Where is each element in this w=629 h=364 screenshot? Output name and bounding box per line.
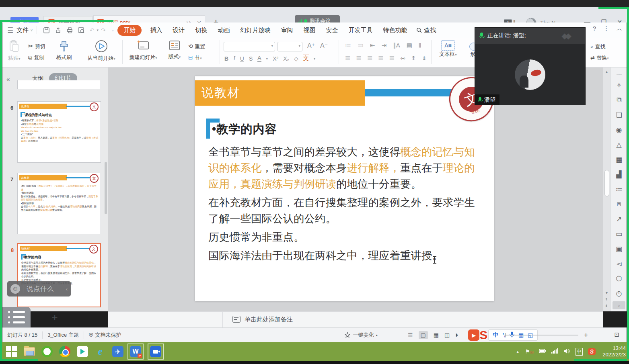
section-button[interactable]: ⊟ 节▾ [188, 54, 202, 61]
share-icon[interactable]: ↗ [611, 215, 627, 223]
toolbar-more-icon[interactable]: ⌄ [111, 28, 115, 32]
adjust-sliders-icon[interactable]: ≔ [611, 185, 627, 194]
chevron-left-icon[interactable]: ‹ [66, 286, 68, 292]
file-explorer-icon[interactable] [23, 346, 35, 358]
textbox-button[interactable]: A≡ 文本框▾ [436, 39, 460, 58]
superscript-button[interactable]: X² [273, 55, 278, 62]
paste-button[interactable]: 粘贴▾ [8, 40, 21, 62]
slide-paragraph-4[interactable]: 国际海洋法由于出现在两科之中，理应着重讲授。 [208, 247, 482, 264]
normal-view-icon[interactable]: ▢ [419, 331, 428, 339]
slideshow-icon[interactable]: ⏵ [455, 332, 458, 339]
scroll-up-icon[interactable]: ▲ [605, 70, 608, 74]
tray-expand-icon[interactable]: ▲ [516, 350, 520, 354]
copy-button[interactable]: ⧉ 复制 [28, 54, 44, 61]
network-signal-icon[interactable] [551, 348, 558, 355]
collapse-ribbon-icon[interactable]: ︿ [617, 25, 623, 33]
smartart-pyramid-icon[interactable]: △ [611, 141, 627, 149]
notes-placeholder[interactable]: 单击此处添加备注 [245, 316, 293, 323]
menu-tab-3[interactable]: 动画 [212, 27, 235, 34]
ime-indicator[interactable]: 中 [576, 348, 583, 356]
font-size-select[interactable] [278, 42, 302, 51]
chrome-icon[interactable] [59, 346, 71, 358]
menu-tab-1[interactable]: 设计 [167, 27, 190, 34]
pinyin-guide-button[interactable]: 文 [303, 55, 309, 62]
thumbnail-slide-8[interactable]: 8说教材文•教学的内容全书章节与章节之间的差异较大，这使得概念的记忆与知识的体系… [17, 243, 101, 307]
zoom-in-button[interactable]: + [584, 331, 588, 339]
slide-editor[interactable]: 说教材 文 2000 •教学的内容 全书章节与章节之间的差异较大，这使得概念的记… [195, 76, 494, 301]
image-library-icon[interactable]: ⧈ [611, 200, 627, 208]
play-from-current-button[interactable]: 从当前开始▾ [83, 39, 120, 62]
para-tool-icon-6[interactable]: ⫴ [419, 42, 421, 49]
wps-office-icon[interactable]: WP [130, 346, 142, 358]
slide-heading[interactable]: •教学的内容 [212, 121, 277, 137]
cut-button[interactable]: ✂ 剪切 [28, 43, 45, 50]
slide-paragraph-3[interactable]: 历史惯常为非重点。 [208, 229, 482, 245]
font-color-button[interactable]: A [257, 55, 261, 62]
system-clock[interactable]: 13:44 2022/2/23 [602, 345, 626, 358]
badge-icon[interactable]: ◉ [611, 126, 627, 134]
theme-name[interactable]: 3_Office 主题 [47, 331, 79, 339]
audio-icon[interactable]: ◅ [611, 260, 627, 268]
protect-status[interactable]: 文档未保护 [95, 331, 121, 339]
menu-tab-7[interactable]: 安全 [321, 27, 343, 34]
subscript-button[interactable]: X₂ [283, 55, 289, 62]
undo-icon[interactable]: ↶ [90, 27, 95, 33]
meeting-video-frame[interactable]: 潘望 [475, 44, 585, 105]
slide-sorter-icon[interactable]: ▦ [434, 332, 439, 338]
thumbnail-slide5-partial[interactable] [17, 80, 101, 89]
para-tool-icon-2[interactable]: ⇤ [370, 42, 375, 49]
chat-input-overlay[interactable]: ☺ 说点什么 ‹ [7, 281, 71, 297]
rail-more-chevron[interactable]: ⌄ [613, 301, 625, 309]
layout-grid-icon[interactable]: ▦ [611, 155, 627, 164]
chat-placeholder[interactable]: 说点什么 [27, 285, 66, 293]
battery-icon[interactable] [539, 348, 546, 355]
add-slide-button[interactable]: + [47, 310, 62, 325]
align-tool-icon-2[interactable]: ☰ [367, 55, 372, 62]
export-icon[interactable] [55, 27, 62, 34]
menu-tab-9[interactable]: 特色功能 [378, 27, 412, 34]
save-icon[interactable] [43, 27, 50, 34]
align-tool-icon-1[interactable]: ☰ [356, 55, 361, 62]
new-slide-button[interactable]: 新建幻灯片▾ [125, 39, 161, 61]
menu-tab-6[interactable]: 视图 [298, 27, 321, 34]
italic-button[interactable]: I [233, 55, 235, 62]
align-tool-icon-3[interactable]: ☰ [378, 55, 383, 62]
shrink-font-button[interactable]: A⁻ [320, 42, 328, 49]
plugin-icon[interactable]: ⬡ [611, 274, 627, 283]
hamburger-icon[interactable]: ☰ [7, 26, 13, 35]
tencent-video-icon[interactable] [76, 346, 88, 358]
menu-tab-start[interactable]: 开始 [117, 25, 142, 36]
menu-file[interactable]: 文件 [16, 27, 29, 34]
picture-icon[interactable]: ▣ [611, 245, 627, 253]
scrollbar-thumb[interactable] [604, 170, 609, 196]
print-preview-icon[interactable] [78, 27, 85, 34]
align-tool-icon-5[interactable]: ⇿ [400, 55, 405, 62]
browser-360-icon[interactable] [41, 346, 53, 358]
slide-paragraph-1[interactable]: 全书章节与章节之间的差异较大，这使得概念的记忆与知识的体系化，需要对概念本身进行… [208, 144, 482, 192]
align-tool-icon-6[interactable]: ⇞ [411, 55, 416, 62]
menu-tab-4[interactable]: 幻灯片放映 [235, 27, 275, 34]
previous-slide-icon[interactable]: ⇞ [605, 297, 608, 301]
chart-icon[interactable]: ▟ [611, 170, 627, 179]
tencent-meeting-icon[interactable] [150, 346, 162, 358]
meeting-video-overlay[interactable]: 正在讲话: 潘望; ◆◆ 潘望 [475, 27, 586, 105]
align-tool-icon-4[interactable]: ☰ [389, 55, 395, 62]
next-slide-icon[interactable]: ⇟ [605, 304, 608, 308]
thumbnail-slide-6[interactable]: 6说课程文· 课程的形式与特点•网课形式下，录课+系统教授+答疑•课堂参与感与认… [17, 101, 101, 163]
bold-button[interactable]: B [224, 55, 228, 62]
internet-explorer-icon[interactable]: e [94, 346, 106, 358]
menu-find[interactable]: 查找 [416, 27, 436, 34]
notes-toggle-icon[interactable]: ☰ [408, 332, 413, 338]
start-button[interactable] [6, 346, 18, 358]
underline-button[interactable]: U [240, 55, 244, 62]
action-center-flag-icon[interactable]: ⚑ⓧ [525, 348, 534, 355]
scroll-down-icon[interactable]: ▼ [605, 291, 608, 295]
font-name-select[interactable] [224, 42, 275, 51]
sogou-logo[interactable]: S [479, 328, 487, 342]
switch-slides-icon[interactable]: ⧉ [611, 96, 627, 104]
para-tool-icon-0[interactable]: ≔ [345, 42, 351, 49]
notes-bar[interactable]: 单击此处添加备注 [108, 311, 603, 327]
volume-icon[interactable] [563, 348, 570, 355]
para-tool-icon-1[interactable]: ≕ [358, 42, 364, 49]
collapse-panel-button[interactable]: « [6, 76, 10, 82]
